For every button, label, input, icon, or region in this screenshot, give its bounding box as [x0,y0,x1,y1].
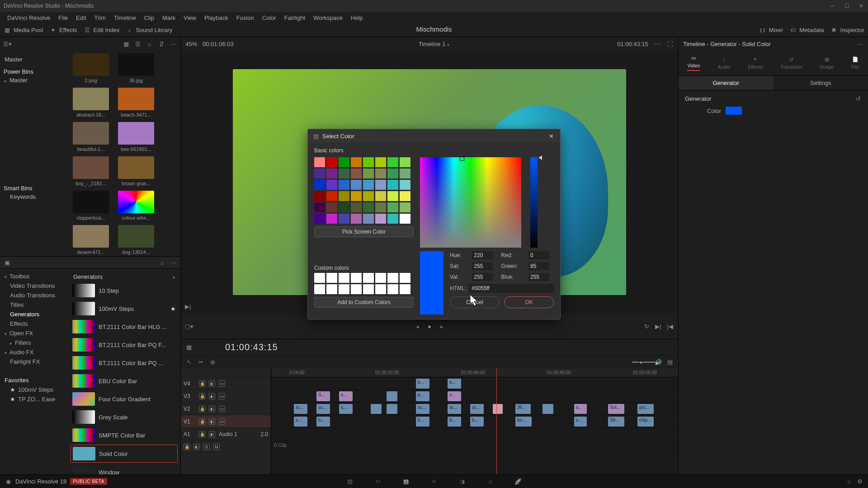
viewer-title[interactable]: Timeline 1 [419,41,445,47]
generator-item[interactable]: BT.2111 Color Bar PQ F... [71,336,178,353]
fx-tree-item[interactable]: Audio FX [3,347,65,357]
play-next-icon[interactable]: ▶| [184,303,192,310]
timeline-clip[interactable]: sc... [316,404,330,414]
custom-color-slot[interactable] [400,273,410,283]
next-edit-icon[interactable]: ▸ [438,323,445,330]
val-input[interactable] [472,273,493,281]
search-icon[interactable]: ⌕ [159,259,166,266]
basic-color-swatch[interactable] [314,180,325,190]
menu-help[interactable]: Help [347,14,367,22]
audio-ctrl-icon[interactable]: 🔒 [184,444,190,450]
menu-trim[interactable]: Trim [91,14,110,22]
basic-color-swatch[interactable] [363,157,374,167]
custom-color-slot[interactable] [326,284,337,294]
generator-item[interactable]: Grey Scale [71,408,178,426]
basic-color-swatch[interactable] [387,180,398,190]
timeline-clip[interactable]: s... [574,404,587,414]
basic-color-swatch[interactable] [314,214,325,224]
menu-edit[interactable]: Edit [72,14,90,22]
collapse-icon[interactable] [173,273,175,280]
fx-tree-item[interactable]: Effects [3,319,65,328]
track-toggle-icon[interactable]: ▭ [219,393,225,399]
menu-mark[interactable]: Mark [159,14,179,22]
custom-color-slot[interactable] [400,284,410,294]
inspector-more-icon[interactable]: ⋯ [856,40,863,47]
generator-item[interactable]: 100mV Steps★ [71,300,178,317]
custom-color-slot[interactable] [375,273,386,283]
basic-color-swatch[interactable] [339,169,349,178]
timeline-clip[interactable]: b... [416,417,429,427]
color-swatch[interactable] [726,107,742,115]
add-custom-button[interactable]: Add to Custom Colors [314,297,414,308]
track-header-A1[interactable]: A1🔒◐Audio 12.0 [181,428,271,441]
timeline-clip[interactable]: p... [416,379,429,389]
timeline-clip[interactable]: sc... [416,404,429,414]
menu-timeline[interactable]: Timeline [110,14,140,22]
basic-color-swatch[interactable] [326,202,337,212]
generator-item[interactable]: SMPTE Color Bar [71,427,178,444]
audio-ctrl-icon[interactable]: S [203,444,210,450]
enable-icon[interactable]: ◐ [209,418,215,425]
custom-color-slot[interactable] [339,273,349,283]
generator-item[interactable]: BT.2111 Color Bar PQ ... [71,354,178,371]
basic-color-swatch[interactable] [351,191,362,201]
timeline-clip[interactable]: sc... [294,404,307,414]
lock-icon[interactable]: 🔒 [199,431,205,437]
dialog-close-button[interactable]: ✕ [547,133,556,140]
basic-color-swatch[interactable] [387,191,398,201]
sat-input[interactable] [472,262,493,270]
timeline-clip[interactable]: pro... [637,404,654,414]
custom-color-slot[interactable] [314,284,325,294]
inspector-tab-effects[interactable]: ✦Effects [748,56,763,70]
mixer-toggle[interactable]: ⫿⫿ Mixer [759,27,783,34]
minimize-button[interactable]: ─ [829,3,835,9]
timeline-dropdown-icon[interactable] [447,41,449,47]
track-header-V1[interactable]: V1🔒◐▭ [181,415,271,428]
menu-color[interactable]: Color [259,14,280,22]
inspector-tab-file[interactable]: 📄File [851,56,859,70]
timeline-clip[interactable] [371,404,382,414]
view-list-icon[interactable]: ☰ [134,40,142,47]
sound-library-toggle[interactable]: ♪ Sound Library [126,27,172,34]
generator-item[interactable]: 10 Step [71,282,178,299]
basic-color-swatch[interactable] [326,191,337,201]
timeline-clip[interactable]: a... [448,379,461,389]
basic-color-swatch[interactable] [375,180,386,190]
basic-color-swatch[interactable] [339,191,349,201]
basic-color-swatch[interactable] [326,214,337,224]
fx-tree-item[interactable]: Open FX [3,328,65,338]
enable-icon[interactable]: ◐ [209,406,215,412]
close-window-button[interactable]: ✕ [858,3,864,9]
tl-insert-icon[interactable]: ⊕ [209,358,216,366]
timeline-clip[interactable] [387,404,397,414]
tl-selection-icon[interactable]: ▦ [185,344,193,351]
subtab-settings[interactable]: Settings [774,76,868,90]
page-cut-icon[interactable]: ✄ [373,477,383,487]
basic-color-swatch[interactable] [351,214,362,224]
timeline-clip[interactable]: b... [470,417,484,427]
hue-input[interactable] [472,251,493,259]
metadata-toggle[interactable]: 🏷 Metadata [789,27,824,34]
basic-color-swatch[interactable] [339,157,349,167]
edit-index-toggle[interactable]: ☰ Edit Index [84,27,120,34]
basic-color-swatch[interactable] [351,202,362,212]
reset-icon[interactable]: ↺ [854,95,862,102]
basic-color-swatch[interactable] [314,157,325,167]
timeline-clip[interactable]: Sol... [608,404,624,414]
basic-color-swatch[interactable] [375,157,386,167]
basic-color-swatch[interactable] [339,202,349,212]
fx-tree-item[interactable]: Toolbox [3,272,65,281]
menu-fusion[interactable]: Fusion [233,14,258,22]
blue-input[interactable] [528,273,549,281]
timeline-clip[interactable]: s... [448,391,461,401]
page-color-icon[interactable]: ◑ [457,477,467,487]
basic-color-swatch[interactable] [314,202,325,212]
bin-master[interactable]: Master [4,54,64,65]
spectrum-cursor[interactable] [460,156,464,161]
basic-color-swatch[interactable] [339,214,349,224]
basic-color-swatch[interactable] [375,214,386,224]
track-toggle-icon[interactable]: ▭ [219,380,225,387]
fx-tree-item[interactable]: Titles [3,300,65,310]
enable-icon[interactable]: ◐ [209,380,215,387]
inspector-tab-image[interactable]: ▦Image [820,56,834,70]
